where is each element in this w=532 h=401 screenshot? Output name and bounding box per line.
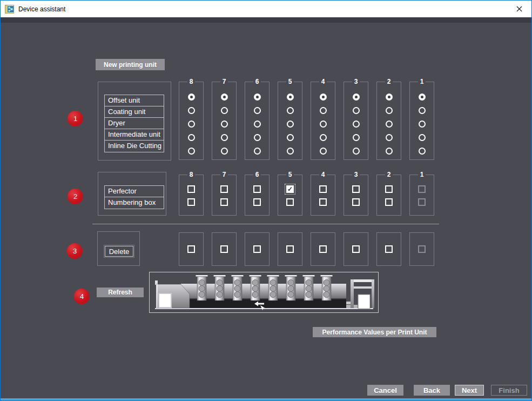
- delete-checkbox-col3[interactable]: [352, 245, 360, 253]
- unit-type-radio-col6-row4[interactable]: [254, 134, 261, 141]
- option-perfector[interactable]: Perfector: [105, 186, 164, 197]
- unit-type-radio-col8-row4[interactable]: [188, 134, 195, 141]
- column-label: 4: [319, 171, 327, 178]
- unit-option-checkbox-col2-row1[interactable]: [385, 185, 393, 193]
- unit-type-radio-col3-row2[interactable]: [353, 107, 360, 114]
- unit-type-radio-col1-row2[interactable]: [419, 107, 426, 114]
- finish-button: Finish: [491, 385, 527, 396]
- unit-option-checkbox-col8-row1[interactable]: [187, 185, 195, 193]
- column-label: 4: [319, 78, 327, 85]
- unit-type-radio-col8-row3[interactable]: [188, 121, 195, 128]
- unit-option-checkbox-col6-row1[interactable]: [253, 185, 261, 193]
- step-badge-3: 3: [67, 243, 83, 259]
- column-label: 2: [385, 78, 393, 85]
- unit-option-checkbox-col5-row2[interactable]: [286, 198, 294, 206]
- unit-option-checkbox-col4-row2[interactable]: [319, 198, 327, 206]
- unit-type-radio-col5-row4[interactable]: [287, 134, 294, 141]
- step-badge-4: 4: [74, 289, 90, 304]
- unit-type-radio-col4-row1[interactable]: [320, 93, 327, 101]
- unit-column-4: 4: [311, 171, 335, 216]
- unit-type-radio-col3-row3[interactable]: [353, 121, 360, 128]
- cancel-button[interactable]: Cancel: [367, 385, 403, 396]
- column-label: 2: [385, 171, 393, 178]
- unit-type-radio-col7-row2[interactable]: [221, 107, 228, 114]
- unit-option-checkbox-col1-row2: [418, 198, 426, 206]
- unit-option-checkbox-col7-row2[interactable]: [220, 198, 228, 206]
- delete-checkbox-col2[interactable]: [385, 245, 393, 253]
- delete-column-7: [212, 232, 237, 266]
- new-printing-unit-button[interactable]: New printing unit: [96, 59, 165, 70]
- header-strip: [1, 17, 531, 23]
- delete-column-6: [245, 232, 270, 266]
- unit-type-list: Offset unit Coating unit Dryer Intermedi…: [104, 95, 164, 152]
- delete-checkbox-col8[interactable]: [187, 245, 195, 253]
- unit-type-coating[interactable]: Coating unit: [105, 106, 164, 118]
- unit-type-radio-col3-row4[interactable]: [353, 134, 360, 141]
- unit-type-radio-col7-row3[interactable]: [221, 121, 228, 128]
- delete-checkbox-col7[interactable]: [220, 245, 228, 253]
- unit-type-radio-col6-row5[interactable]: [254, 148, 261, 155]
- unit-option-checkbox-col3-row1[interactable]: [352, 185, 360, 193]
- delete-column-8: [179, 232, 204, 266]
- unit-type-inline-die-cutting[interactable]: Inline Die Cutting: [105, 141, 164, 152]
- delete-checkbox-col1: [418, 245, 426, 253]
- unit-column-1: 1: [409, 171, 434, 216]
- column-label: 3: [352, 78, 360, 85]
- unit-column-7: 7: [212, 78, 237, 160]
- unit-column-8: 8: [179, 171, 204, 216]
- unit-type-radio-col5-row3[interactable]: [287, 121, 294, 128]
- unit-option-checkbox-col2-row2[interactable]: [385, 198, 393, 206]
- unit-type-radio-col1-row1[interactable]: [419, 93, 426, 101]
- column-label: 7: [220, 171, 228, 178]
- unit-option-checkbox-col5-row1[interactable]: [286, 185, 294, 193]
- close-button[interactable]: [507, 1, 531, 17]
- unit-type-radio-col2-row4[interactable]: [386, 134, 393, 141]
- unit-type-radio-col6-row3[interactable]: [254, 121, 261, 128]
- unit-type-intermediate[interactable]: Intermediate unit: [105, 129, 164, 141]
- delete-button[interactable]: Delete: [105, 246, 133, 257]
- unit-option-list: Perfector Numbering box: [104, 185, 164, 209]
- unit-type-radio-col5-row2[interactable]: [287, 107, 294, 114]
- unit-column-2: 2: [376, 78, 401, 160]
- unit-type-radio-col2-row1[interactable]: [386, 93, 393, 101]
- option-numbering-box[interactable]: Numbering box: [105, 197, 164, 209]
- unit-option-checkbox-col6-row2[interactable]: [253, 198, 261, 206]
- refresh-button[interactable]: Refresh: [97, 288, 144, 297]
- unit-type-radio-col1-row4[interactable]: [419, 134, 426, 141]
- next-button[interactable]: Next: [455, 385, 484, 396]
- delete-checkbox-col4[interactable]: [319, 245, 327, 253]
- unit-type-radio-col8-row2[interactable]: [188, 107, 195, 114]
- unit-type-radio-col4-row2[interactable]: [320, 107, 327, 114]
- delete-column-3: [344, 232, 368, 266]
- unit-type-radio-col7-row4[interactable]: [221, 134, 228, 141]
- unit-type-radio-col8-row5[interactable]: [188, 148, 195, 155]
- unit-type-radio-col6-row2[interactable]: [254, 107, 261, 114]
- unit-type-radio-col7-row1[interactable]: [221, 93, 228, 101]
- unit-type-radio-col1-row3[interactable]: [419, 121, 426, 128]
- unit-type-radio-col3-row1[interactable]: [353, 93, 360, 101]
- unit-type-radio-col8-row1[interactable]: [188, 93, 195, 101]
- unit-option-checkbox-col4-row1[interactable]: [319, 185, 327, 193]
- unit-type-radio-col7-row5[interactable]: [221, 148, 228, 155]
- unit-type-offset[interactable]: Offset unit: [105, 95, 164, 106]
- delete-checkbox-col6[interactable]: [253, 245, 261, 253]
- unit-type-radio-col2-row5[interactable]: [386, 148, 393, 155]
- unit-option-checkbox-col3-row2[interactable]: [352, 198, 360, 206]
- unit-option-checkbox-col8-row2[interactable]: [187, 198, 195, 206]
- unit-type-radio-col1-row5[interactable]: [419, 148, 426, 155]
- unit-type-radio-col4-row3[interactable]: [320, 121, 327, 128]
- unit-type-radio-col3-row5[interactable]: [353, 148, 360, 155]
- unit-type-radio-col5-row5[interactable]: [287, 148, 294, 155]
- back-button[interactable]: Back: [414, 385, 450, 396]
- unit-type-radio-col6-row1[interactable]: [254, 93, 261, 101]
- unit-type-dryer[interactable]: Dryer: [105, 118, 164, 129]
- unit-type-radio-col2-row3[interactable]: [386, 121, 393, 128]
- unit-type-radio-col5-row1[interactable]: [287, 93, 294, 101]
- delete-checkbox-col5[interactable]: [286, 245, 294, 253]
- unit-column-6: 6: [245, 171, 270, 216]
- unit-type-radio-col4-row5[interactable]: [320, 148, 327, 155]
- unit-type-radio-col4-row4[interactable]: [320, 134, 327, 141]
- performance-values-button[interactable]: Performance Values per Print Unit: [313, 327, 436, 337]
- unit-option-checkbox-col7-row1[interactable]: [220, 185, 228, 193]
- unit-type-radio-col2-row2[interactable]: [386, 107, 393, 114]
